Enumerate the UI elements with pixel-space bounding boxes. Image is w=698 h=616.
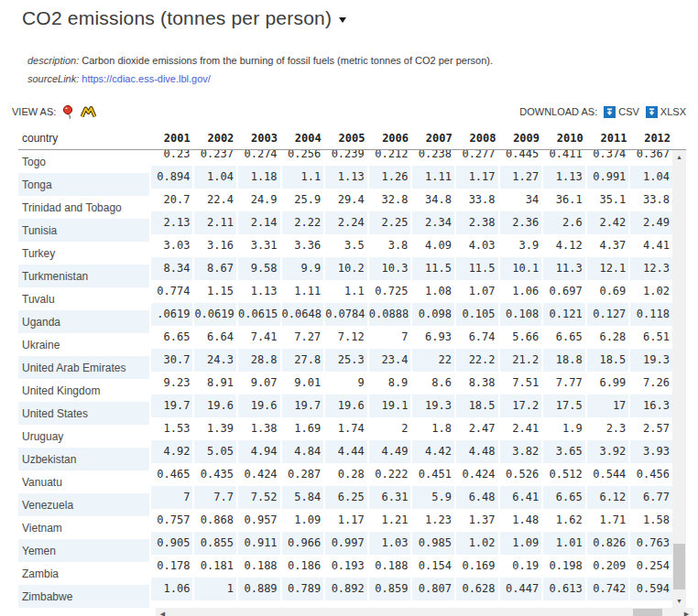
value-cell: 1.04: [194, 166, 236, 189]
value-cell: 19.1: [369, 394, 411, 417]
source-link[interactable]: https://cdiac.ess-dive.lbl.gov/: [82, 73, 211, 84]
value-cell: 6.41: [500, 486, 542, 509]
country-column-header: country: [18, 132, 149, 145]
value-cell: 2.22: [282, 211, 324, 234]
value-cell: 0.254: [630, 555, 672, 578]
value-cell: 6.25: [325, 486, 367, 509]
value-cell: 0.892: [325, 578, 367, 600]
page-title: CO2 emissions (tonnes per person): [22, 7, 332, 29]
value-cell: 17.5: [543, 394, 585, 417]
value-cell: 19.7: [151, 394, 193, 417]
value-cell: 0.0615: [238, 303, 280, 326]
value-cell: 0.905: [151, 532, 193, 555]
year-column-header: 2002: [195, 132, 237, 145]
vertical-scrollbar[interactable]: ▲ ▼: [672, 150, 686, 608]
value-cell: 0.697: [543, 280, 585, 303]
vertical-scroll-thumb[interactable]: [673, 544, 685, 589]
value-cell: 22.2: [456, 349, 498, 372]
value-cell: 0.277: [456, 150, 498, 166]
country-label: Turkey: [18, 242, 149, 265]
value-cell: 4.44: [325, 440, 367, 463]
value-cell: 12.1: [587, 257, 629, 280]
country-label: Trinidad and Tobago: [18, 196, 149, 219]
value-cell: 0.957: [238, 509, 280, 532]
value-cell: 24.3: [194, 349, 236, 372]
value-cell: 0.456: [630, 463, 672, 486]
table-row: .06190.06190.06150.06480.07840.08880.098…: [151, 303, 672, 326]
download-xlsx-button[interactable]: XLSX: [646, 106, 686, 118]
country-label: Tunisia: [18, 219, 149, 242]
value-cell: 9.23: [151, 372, 193, 394]
value-cell: 1.11: [282, 280, 324, 303]
year-column-header: 2012: [631, 132, 673, 145]
value-cell: 18.5: [456, 394, 498, 417]
bubble-chart-icon[interactable]: [61, 104, 75, 120]
download-as-label: DOWNLOAD AS:: [519, 106, 597, 117]
table-row: 0.9050.8550.9110.9660.9971.030.9851.021.…: [151, 532, 672, 555]
value-cell: 1.06: [500, 280, 542, 303]
value-cell: 1.58: [630, 509, 672, 532]
country-label: Tuvalu: [18, 287, 149, 310]
table-row: 30.724.328.827.825.323.42222.221.218.818…: [151, 349, 672, 372]
value-cell: 6.99: [587, 372, 629, 394]
table-row: 6.656.647.417.277.1276.936.745.666.656.2…: [151, 326, 672, 349]
source-label: sourceLink:: [27, 73, 79, 84]
download-csv-button[interactable]: CSV: [604, 106, 639, 118]
download-csv-label: CSV: [618, 106, 639, 117]
horizontal-scrollbar[interactable]: ◀ ▶: [156, 608, 693, 616]
value-cell: 3.16: [194, 234, 236, 257]
value-cell: 0.757: [151, 509, 193, 532]
value-cell: 1.69: [282, 417, 324, 440]
value-cell: 19.6: [238, 394, 280, 417]
value-cell: 1.21: [369, 509, 411, 532]
indicator-title-dropdown[interactable]: CO2 emissions (tonnes per person): [22, 7, 686, 29]
value-cell: 6.31: [369, 486, 411, 509]
value-cell: 3.36: [282, 234, 324, 257]
view-as-group: VIEW AS:: [12, 104, 96, 120]
value-cell: 5.84: [282, 486, 324, 509]
scroll-right-button[interactable]: ▶: [680, 608, 693, 616]
value-cell: 3.82: [500, 440, 542, 463]
country-label: Uganda: [18, 310, 149, 333]
value-cell: 25.9: [282, 189, 324, 211]
country-label: Zimbabwe: [18, 585, 149, 608]
country-label: Venezuela: [18, 493, 149, 516]
scroll-up-button[interactable]: ▲: [672, 150, 686, 164]
value-cell: 19.3: [412, 394, 454, 417]
value-cell: 0.991: [587, 166, 629, 189]
value-cell: 2.14: [238, 211, 280, 234]
value-cell: 27.8: [282, 349, 324, 372]
value-cell: 6.28: [587, 326, 629, 349]
value-cell: 1.02: [630, 280, 672, 303]
value-cell: 0.238: [412, 150, 454, 166]
value-cell: 19.6: [325, 394, 367, 417]
value-cell: 0.424: [238, 463, 280, 486]
value-cell: 0.742: [587, 578, 629, 600]
value-cell: 2.6: [543, 211, 585, 234]
value-cell: 0.287: [282, 463, 324, 486]
value-cell: 1.04: [630, 166, 672, 189]
value-cell: 4.03: [456, 234, 498, 257]
mountain-chart-icon[interactable]: [81, 105, 96, 119]
value-cell: 3.9: [500, 234, 542, 257]
value-cell: 9.58: [238, 257, 280, 280]
value-cell: 0.121: [543, 303, 585, 326]
value-cell: 22.4: [194, 189, 236, 211]
country-label: Zambia: [18, 562, 149, 585]
value-cell: 9.07: [238, 372, 280, 394]
horizontal-scroll-thumb[interactable]: [633, 609, 662, 616]
value-cell: 0.188: [369, 555, 411, 578]
value-cell: 4.09: [412, 234, 454, 257]
value-cell: 0.451: [412, 463, 454, 486]
value-cell: 7.52: [238, 486, 280, 509]
scroll-left-button[interactable]: ◀: [156, 608, 169, 616]
value-cell: 6.64: [194, 326, 236, 349]
country-label: Turkmenistan: [18, 265, 149, 287]
value-cell: 7.51: [500, 372, 542, 394]
value-cell: 0.69: [587, 280, 629, 303]
scroll-down-button[interactable]: ▼: [672, 594, 686, 608]
value-cell: 1.38: [238, 417, 280, 440]
value-cell: 0.108: [500, 303, 542, 326]
value-cell: 2.25: [369, 211, 411, 234]
value-cell: 0.613: [543, 578, 585, 600]
